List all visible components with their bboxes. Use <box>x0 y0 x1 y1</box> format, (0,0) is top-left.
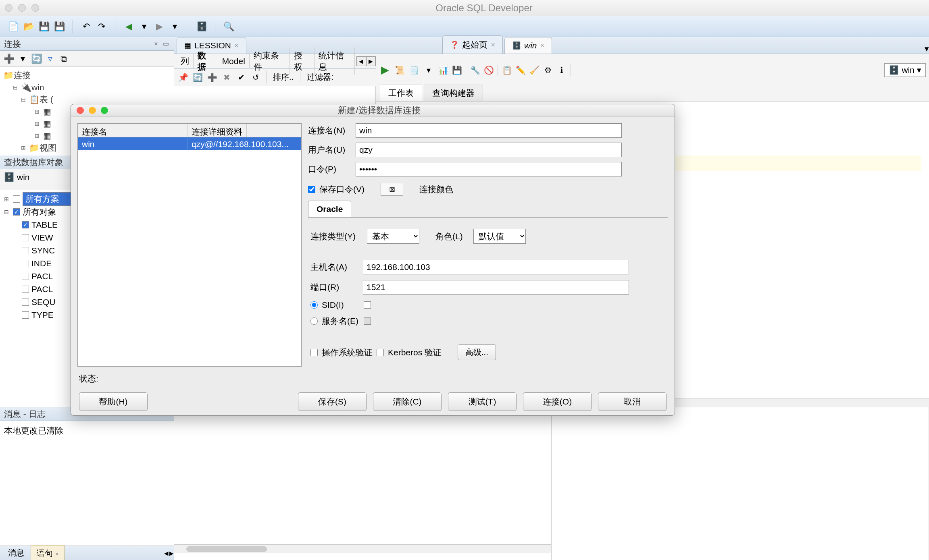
subtab-model[interactable]: Model <box>218 54 250 68</box>
save-button[interactable]: 保存(S) <box>298 392 367 411</box>
redo-icon[interactable]: ↷ <box>96 21 108 33</box>
forward-menu-icon[interactable]: ▾ <box>169 21 181 33</box>
connection-row-selected[interactable]: win qzy@//192.168.100.103... <box>78 137 301 150</box>
service-radio[interactable] <box>310 317 318 325</box>
explain-icon[interactable]: 🗒️ <box>408 64 420 76</box>
zoom-dialog-icon[interactable] <box>101 107 108 114</box>
run-script-icon[interactable]: 📜 <box>394 64 405 76</box>
clear-icon[interactable]: 🧹 <box>529 64 540 76</box>
clear-button[interactable]: 清除(C) <box>373 392 442 411</box>
dropdown-icon[interactable]: ▾ <box>17 53 28 64</box>
info-icon[interactable]: ℹ <box>556 64 567 76</box>
scroll-right-icon[interactable]: ▶ <box>366 56 376 66</box>
password-input[interactable] <box>356 162 622 176</box>
tree-connection[interactable]: ⊟🔌win <box>2 81 172 93</box>
find-icon[interactable]: 🔍 <box>223 21 235 33</box>
subtab-stats[interactable]: 统计信息 <box>315 48 355 75</box>
tab-menu-icon[interactable]: ▾ <box>925 44 929 54</box>
subtab-grants[interactable]: 授权 <box>290 48 315 75</box>
log-tab-sql[interactable]: 语句× <box>31 545 65 560</box>
format-icon[interactable]: ✏️ <box>515 64 526 76</box>
open-file-icon[interactable]: 📂 <box>23 21 35 33</box>
minimize-dialog-icon[interactable] <box>89 107 96 114</box>
undo-icon[interactable]: ↶ <box>80 21 92 33</box>
subtab-columns[interactable]: 列 <box>177 53 194 69</box>
tab-query-builder[interactable]: 查询构建器 <box>424 85 483 101</box>
horizontal-scrollbar[interactable] <box>174 544 551 553</box>
collapse-icon[interactable]: ⧉ <box>58 53 69 64</box>
close-dialog-icon[interactable] <box>77 107 84 114</box>
forward-icon[interactable]: ▶ <box>153 21 165 33</box>
close-tab-icon[interactable]: × <box>234 41 239 50</box>
close-window-icon[interactable] <box>5 4 12 12</box>
help-button[interactable]: 帮助(H) <box>79 392 148 411</box>
subtab-constraints[interactable]: 约束条件 <box>250 48 290 75</box>
port-input[interactable] <box>363 280 629 295</box>
tab-nav-right-icon[interactable]: ▸ <box>169 548 174 558</box>
connection-list[interactable]: 连接名 连接详细资料 win qzy@//192.168.100.103... <box>77 123 302 367</box>
scroll-left-icon[interactable]: ◀ <box>356 56 366 66</box>
new-file-icon[interactable]: 📄 <box>7 21 19 33</box>
sql-icon[interactable]: 🗄️ <box>196 21 208 33</box>
close-panel-icon[interactable]: × <box>152 40 160 48</box>
subtab-data[interactable]: 数据 <box>194 48 218 75</box>
refresh-icon[interactable]: 🔄 <box>31 53 42 64</box>
save-all-icon[interactable]: 💾 <box>53 21 65 33</box>
tab-start-page[interactable]: ❓起始页× <box>442 35 503 54</box>
rollback-icon[interactable]: ↺ <box>250 72 261 83</box>
connection-selector[interactable]: 🗄️ win ▾ <box>884 63 926 77</box>
close-tab-icon[interactable]: × <box>540 41 544 50</box>
username-input[interactable] <box>356 143 622 157</box>
results-left[interactable] <box>174 407 552 560</box>
commit-icon[interactable]: ✔ <box>235 72 247 83</box>
save-icon[interactable]: 💾 <box>38 21 50 33</box>
refresh-icon[interactable]: 🔄 <box>192 72 203 83</box>
sql-tuning-icon[interactable]: 🔧 <box>469 64 481 76</box>
tab-nav-left-icon[interactable]: ◂ <box>164 548 169 558</box>
tab-win[interactable]: 🗄️win× <box>504 37 552 54</box>
cancel-icon[interactable]: 🚫 <box>483 64 494 76</box>
connect-button[interactable]: 连接(O) <box>523 392 592 411</box>
zoom-window-icon[interactable] <box>31 4 39 12</box>
conn-name-input[interactable] <box>356 123 622 138</box>
connection-color-label: 连接颜色 <box>419 184 453 195</box>
add-row-icon[interactable]: ➕ <box>206 72 218 83</box>
filter-icon[interactable]: ▿ <box>44 53 56 64</box>
new-connection-icon[interactable]: ➕ <box>3 53 15 64</box>
tab-oracle[interactable]: Oracle <box>308 201 351 217</box>
run-icon[interactable]: ▶ <box>379 64 391 76</box>
host-input[interactable] <box>363 260 629 274</box>
sort-label[interactable]: 排序.. <box>271 72 295 83</box>
minimize-panel-icon[interactable]: ▭ <box>162 40 170 48</box>
back-menu-icon[interactable]: ▾ <box>138 21 150 33</box>
minimize-window-icon[interactable] <box>18 4 26 12</box>
advanced-button[interactable]: 高级... <box>458 344 496 360</box>
tab-worksheet[interactable]: 工作表 <box>380 85 422 101</box>
cancel-button[interactable]: 取消 <box>598 392 667 411</box>
delete-row-icon[interactable]: ✖ <box>221 72 232 83</box>
log-tab-messages[interactable]: 消息 <box>2 545 30 560</box>
kerberos-checkbox[interactable] <box>377 349 384 356</box>
tree-root[interactable]: 📁连接 <box>2 69 172 81</box>
settings-icon[interactable]: ⚙ <box>542 64 554 76</box>
sid-input[interactable] <box>364 301 371 309</box>
test-button[interactable]: 测试(T) <box>448 392 517 411</box>
os-auth-checkbox[interactable] <box>310 349 318 356</box>
col-conn-detail[interactable]: 连接详细资料 <box>187 124 247 137</box>
sid-radio[interactable] <box>310 301 318 309</box>
connection-color-button[interactable]: ⊠ <box>381 183 403 196</box>
pin-icon[interactable]: 📌 <box>177 72 189 83</box>
back-icon[interactable]: ◀ <box>123 21 135 33</box>
save-password-checkbox[interactable] <box>308 186 315 193</box>
sql-history-icon[interactable]: 📋 <box>501 64 512 76</box>
dropdown-icon[interactable]: ▾ <box>423 64 434 76</box>
results-right[interactable] <box>552 407 929 560</box>
autotrace-icon[interactable]: 📊 <box>437 64 449 76</box>
conn-type-select[interactable]: 基本 <box>367 229 419 244</box>
close-tab-icon[interactable]: × <box>55 551 58 557</box>
close-tab-icon[interactable]: × <box>491 41 495 49</box>
role-select[interactable]: 默认值 <box>473 229 526 244</box>
db-icon[interactable]: 🗄️ <box>3 172 15 183</box>
commit-icon[interactable]: 💾 <box>451 64 462 76</box>
col-conn-name[interactable]: 连接名 <box>78 124 187 137</box>
